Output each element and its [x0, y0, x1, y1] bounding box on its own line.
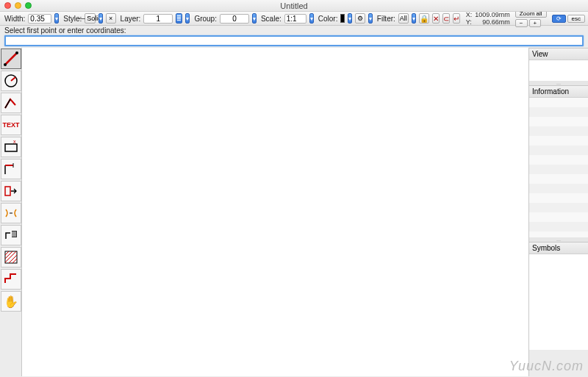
coordinate-readout: X:1009.09mm Y:90.66mm [466, 11, 510, 26]
text-tool[interactable]: TEXT [1, 115, 21, 135]
trim-icon [3, 227, 19, 243]
style-dropdown-icon[interactable]: ▾ [98, 13, 103, 24]
command-input[interactable] [4, 35, 584, 46]
width-input[interactable] [28, 14, 51, 24]
delete-button[interactable]: ✕ [432, 13, 440, 24]
arc-icon [3, 73, 19, 89]
scale-input[interactable] [284, 14, 306, 24]
trim-tool[interactable] [1, 225, 21, 245]
style-select[interactable]: — Solid [85, 13, 95, 24]
svg-line-18 [5, 251, 12, 259]
pan-tool[interactable]: ✋ [1, 291, 21, 312]
stair-icon [3, 271, 19, 287]
symbols-panel-body [529, 254, 588, 350]
group-input[interactable] [220, 14, 249, 24]
layer-input[interactable] [143, 14, 173, 24]
svg-point-2 [15, 51, 18, 54]
svg-point-1 [4, 63, 7, 66]
zoom-in-button[interactable]: + [529, 19, 542, 27]
polyline-tool[interactable] [1, 93, 21, 113]
arc-tool[interactable] [1, 71, 21, 91]
esc-button[interactable]: esc [567, 15, 585, 23]
svg-line-0 [5, 53, 17, 65]
lock-button[interactable]: 🔒 [419, 13, 429, 24]
layer-label: Layer: [121, 15, 141, 23]
color-dropdown-icon[interactable]: ▾ [348, 13, 352, 24]
svg-line-21 [12, 259, 17, 263]
constrain-button[interactable]: ⊂ [442, 13, 450, 24]
offset-icon [3, 183, 19, 199]
view-panel-header[interactable]: View [529, 49, 588, 60]
polyline-icon [3, 95, 19, 111]
settings-dropdown-icon[interactable]: ▾ [368, 13, 373, 24]
revert-icon: ↵ [453, 15, 459, 23]
y-label: Y: [466, 18, 472, 26]
dim-tool[interactable] [1, 159, 21, 179]
filter-select[interactable]: All [398, 13, 409, 24]
lock-icon: 🔒 [420, 15, 429, 23]
width-label: Width: [4, 15, 25, 23]
line-tool[interactable] [1, 49, 21, 69]
drawing-canvas[interactable] [22, 48, 529, 376]
mirror-icon [3, 205, 19, 221]
rect-icon: x [3, 139, 19, 155]
group-dropdown-icon[interactable]: ▾ [252, 13, 257, 24]
symbols-panel-header[interactable]: Symbols [529, 243, 588, 254]
svg-line-17 [5, 251, 9, 255]
delete-icon: ✕ [433, 15, 439, 23]
right-panels: View ⋯ Information ⋯ Symbols [529, 48, 588, 376]
color-label: Color: [318, 15, 338, 23]
style-clear-button[interactable]: × [106, 13, 116, 24]
revert-button[interactable]: ↵ [453, 13, 460, 24]
x-label: X: [466, 11, 473, 18]
svg-text:x: x [13, 139, 16, 144]
prompt-label: Select first point or enter coordinates: [0, 26, 588, 35]
offset-tool[interactable] [1, 181, 21, 201]
constrain-icon: ⊂ [443, 15, 449, 23]
window-title: Untitled [0, 1, 588, 10]
layer-dropdown-icon[interactable]: ▾ [185, 13, 190, 24]
filter-label: Filter: [377, 15, 395, 23]
settings-button[interactable]: ⚙ [355, 13, 365, 24]
gear-icon: ⚙ [357, 15, 363, 22]
width-dropdown-icon[interactable]: ▾ [54, 13, 59, 24]
info-panel-header[interactable]: Information [529, 86, 588, 98]
dim-icon [3, 161, 19, 177]
filter-dropdown-icon[interactable]: ▾ [412, 13, 416, 24]
top-toolbar: Width: ▾ Style: — Solid ▾ × Layer: ≣ ▾ G… [0, 12, 588, 26]
hatch-tool[interactable] [1, 247, 21, 268]
line-icon [3, 51, 19, 67]
svg-line-4 [11, 77, 15, 81]
svg-line-20 [9, 255, 17, 263]
refresh-button[interactable]: ⟳ [552, 15, 566, 23]
hatch-icon [3, 249, 19, 265]
color-swatch[interactable] [340, 14, 344, 23]
tool-palette: TEXT x ✋ [0, 48, 22, 376]
svg-rect-5 [5, 144, 17, 151]
mirror-tool[interactable] [1, 203, 21, 223]
scale-label: Scale: [261, 15, 282, 23]
svg-rect-10 [5, 187, 10, 195]
group-label: Group: [194, 15, 217, 23]
scale-dropdown-icon[interactable]: ▾ [309, 13, 314, 24]
layer-menu-icon[interactable]: ≣ [176, 13, 182, 24]
text-icon: TEXT [2, 121, 19, 129]
stair-tool[interactable] [1, 269, 21, 290]
view-panel-body [529, 60, 588, 81]
info-panel-body [529, 98, 588, 237]
x-value: 1009.09mm [475, 11, 510, 18]
zoom-out-button[interactable]: − [515, 19, 528, 27]
y-value: 90.66mm [482, 18, 510, 26]
title-bar: Untitled [0, 0, 588, 12]
pan-icon: ✋ [4, 295, 18, 309]
rect-tool[interactable]: x [1, 137, 21, 157]
